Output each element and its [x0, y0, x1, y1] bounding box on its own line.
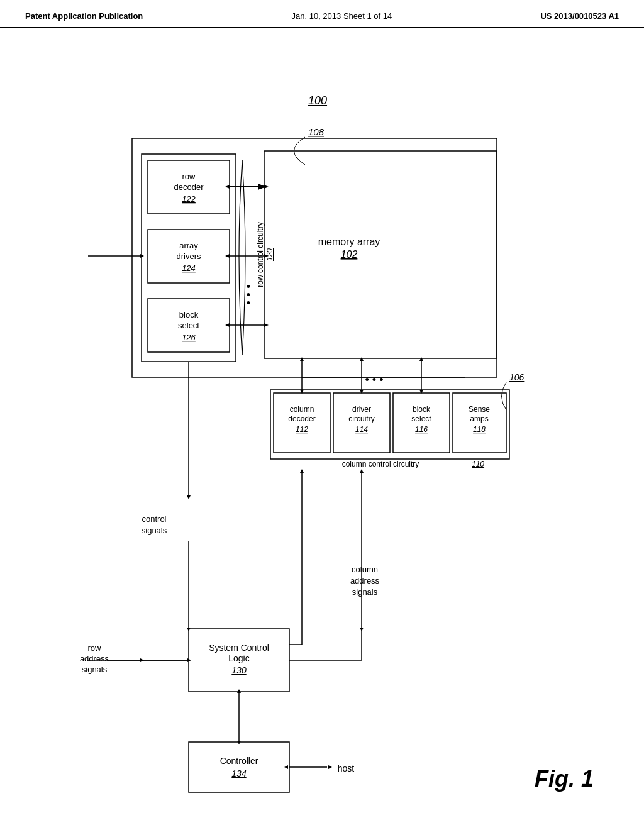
- svg-text:amps: amps: [470, 414, 488, 423]
- svg-text:Logic: Logic: [228, 653, 249, 663]
- svg-text:110: 110: [472, 460, 484, 468]
- svg-text:array: array: [179, 241, 198, 250]
- svg-text:column: column: [290, 405, 314, 414]
- svg-text:108: 108: [308, 126, 325, 137]
- svg-marker-91: [187, 495, 191, 499]
- svg-text:column control circuitry: column control circuitry: [342, 460, 419, 468]
- svg-marker-64: [419, 357, 423, 361]
- svg-marker-98: [360, 469, 364, 473]
- svg-text:System Control: System Control: [209, 643, 269, 653]
- svg-text:driver: driver: [352, 405, 371, 414]
- svg-text:decoder: decoder: [288, 414, 315, 423]
- svg-text:•: •: [247, 297, 250, 309]
- svg-text:106: 106: [509, 372, 525, 382]
- svg-text:114: 114: [355, 425, 368, 434]
- svg-marker-93: [187, 628, 191, 631]
- svg-marker-104: [237, 689, 241, 693]
- svg-text:block: block: [413, 405, 431, 414]
- svg-text:112: 112: [296, 425, 308, 434]
- svg-text:124: 124: [182, 263, 196, 273]
- svg-text:• • •: • • •: [365, 374, 384, 386]
- svg-text:select: select: [178, 321, 199, 330]
- svg-marker-33: [264, 323, 269, 327]
- header-patent-number: US 2013/0010523 A1: [540, 11, 619, 21]
- svg-marker-61: [360, 357, 364, 361]
- svg-text:host: host: [338, 763, 355, 773]
- svg-text:signals: signals: [352, 587, 378, 597]
- svg-marker-29: [225, 254, 230, 258]
- page-header: Patent Application Publication Jan. 10, …: [0, 0, 644, 28]
- svg-rect-0: [264, 151, 497, 358]
- svg-text:select: select: [411, 414, 431, 423]
- diagram-area: 100 Fig. 1 memory array 102 108 row cont…: [0, 38, 644, 830]
- svg-marker-26: [225, 185, 230, 189]
- header-date-sheet: Jan. 10, 2013 Sheet 1 of 14: [292, 11, 392, 21]
- svg-marker-89: [187, 658, 191, 662]
- page: Patent Application Publication Jan. 10, …: [0, 0, 644, 830]
- svg-text:102: 102: [341, 249, 358, 260]
- svg-text:address: address: [80, 654, 109, 663]
- svg-marker-96: [300, 469, 304, 473]
- svg-text:memory array: memory array: [318, 236, 380, 247]
- svg-rect-69: [189, 742, 289, 792]
- svg-text:drivers: drivers: [176, 252, 201, 261]
- diagram-svg: memory array 102 108 row control circuit…: [31, 119, 616, 811]
- svg-marker-32: [225, 323, 230, 327]
- svg-text:116: 116: [415, 425, 428, 434]
- svg-text:signals: signals: [142, 526, 167, 535]
- svg-text:122: 122: [182, 194, 196, 204]
- svg-text:118: 118: [473, 425, 486, 434]
- svg-text:row: row: [88, 643, 102, 653]
- svg-text:control: control: [142, 514, 166, 524]
- svg-text:signals: signals: [82, 665, 108, 674]
- svg-marker-58: [300, 357, 304, 361]
- svg-marker-74: [284, 765, 288, 769]
- svg-text:120: 120: [265, 248, 274, 261]
- svg-text:decoder: decoder: [174, 182, 204, 192]
- svg-text:column: column: [352, 565, 378, 574]
- header-publication: Patent Application Publication: [25, 11, 143, 21]
- svg-text:row control circuitry: row control circuitry: [256, 222, 265, 287]
- ref-100: 100: [308, 94, 327, 108]
- svg-marker-27: [264, 185, 269, 189]
- svg-text:Sense: Sense: [469, 405, 490, 414]
- svg-text:130: 130: [231, 665, 247, 675]
- svg-text:address: address: [350, 576, 380, 585]
- svg-text:134: 134: [231, 768, 247, 778]
- svg-text:row: row: [182, 172, 196, 181]
- svg-text:block: block: [179, 310, 199, 319]
- svg-marker-106: [140, 254, 144, 258]
- svg-text:Controller: Controller: [220, 756, 258, 766]
- svg-marker-75: [328, 765, 332, 769]
- svg-text:126: 126: [182, 333, 196, 342]
- svg-text:circuitry: circuitry: [348, 414, 374, 423]
- svg-marker-103: [237, 741, 241, 744]
